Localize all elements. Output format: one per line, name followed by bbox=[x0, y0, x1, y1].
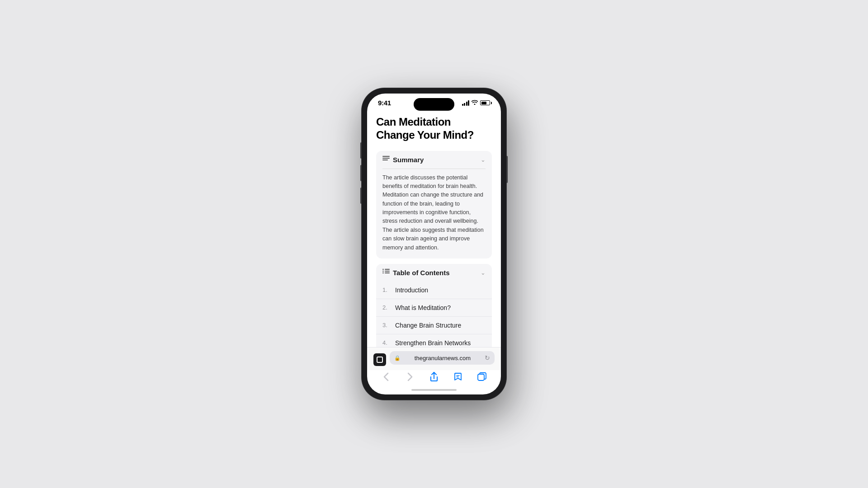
signal-icon bbox=[462, 100, 470, 106]
status-time: 9:41 bbox=[378, 99, 391, 107]
toc-item-label: Strengthen Brain Networks bbox=[395, 339, 471, 347]
toc-item-label: Introduction bbox=[395, 286, 428, 294]
svg-rect-7 bbox=[382, 272, 384, 273]
toc-items-container: 1. Introduction 2. What is Meditation? 3… bbox=[376, 282, 492, 347]
toc-item-number: 4. bbox=[382, 339, 391, 346]
svg-rect-3 bbox=[382, 269, 384, 270]
summary-label: Summary bbox=[393, 156, 424, 164]
toc-card-header[interactable]: Table of Contents ⌄ bbox=[376, 264, 492, 282]
svg-rect-9 bbox=[478, 374, 484, 380]
status-bar: 9:41 bbox=[367, 94, 501, 108]
toc-icon bbox=[382, 269, 390, 277]
battery-icon bbox=[480, 100, 490, 105]
bookmarks-button[interactable] bbox=[450, 372, 466, 381]
content-area[interactable]: Can Meditation Change Your Mind? Summary bbox=[367, 108, 501, 347]
svg-rect-1 bbox=[382, 158, 390, 159]
browser-bar: 🔒 thegranularnews.com ↻ bbox=[367, 347, 501, 370]
status-icons bbox=[462, 100, 491, 106]
svg-rect-0 bbox=[382, 156, 390, 157]
toc-item[interactable]: 1. Introduction bbox=[376, 282, 492, 299]
phone-screen: 9:41 bbox=[367, 94, 501, 394]
share-button[interactable] bbox=[426, 372, 442, 382]
toc-item-label: What is Meditation? bbox=[395, 304, 451, 311]
svg-rect-5 bbox=[382, 271, 384, 272]
wifi-icon bbox=[472, 100, 478, 106]
summary-icon bbox=[382, 156, 390, 164]
summary-text: The article discusses the potential bene… bbox=[382, 174, 486, 252]
url-bar[interactable]: 🔒 thegranularnews.com ↻ bbox=[390, 351, 495, 365]
reload-icon[interactable]: ↻ bbox=[485, 354, 490, 361]
lock-icon: 🔒 bbox=[394, 355, 401, 361]
toc-card: Table of Contents ⌄ 1. Introduction 2. W… bbox=[376, 264, 492, 347]
svg-rect-8 bbox=[385, 272, 390, 273]
phone-frame: 9:41 bbox=[362, 88, 506, 400]
tabs-button[interactable] bbox=[474, 372, 490, 381]
summary-card: Summary ⌄ The article discusses the pote… bbox=[376, 151, 492, 258]
summary-chevron-icon: ⌄ bbox=[481, 156, 486, 163]
toc-item-number: 2. bbox=[382, 304, 391, 311]
url-text: thegranularnews.com bbox=[403, 355, 482, 361]
home-indicator bbox=[367, 385, 501, 394]
toc-item[interactable]: 3. Change Brain Structure bbox=[376, 317, 492, 334]
toc-chevron-icon: ⌄ bbox=[481, 269, 486, 276]
dynamic-island bbox=[414, 98, 454, 111]
svg-rect-2 bbox=[382, 160, 388, 160]
toc-label: Table of Contents bbox=[393, 269, 450, 277]
toc-item-number: 1. bbox=[382, 286, 391, 293]
summary-card-header[interactable]: Summary ⌄ bbox=[376, 151, 492, 169]
back-button[interactable] bbox=[378, 372, 394, 381]
toc-item-number: 3. bbox=[382, 322, 391, 328]
nav-bar bbox=[367, 370, 501, 385]
toc-item[interactable]: 4. Strengthen Brain Networks bbox=[376, 334, 492, 347]
forward-button[interactable] bbox=[402, 372, 418, 381]
article-title: Can Meditation Change Your Mind? bbox=[376, 116, 492, 142]
summary-body: The article discusses the potential bene… bbox=[376, 169, 492, 258]
svg-rect-6 bbox=[385, 271, 390, 272]
toc-item-label: Change Brain Structure bbox=[395, 322, 461, 329]
tab-button[interactable] bbox=[373, 353, 386, 366]
toc-item[interactable]: 2. What is Meditation? bbox=[376, 299, 492, 317]
svg-rect-4 bbox=[385, 269, 390, 270]
